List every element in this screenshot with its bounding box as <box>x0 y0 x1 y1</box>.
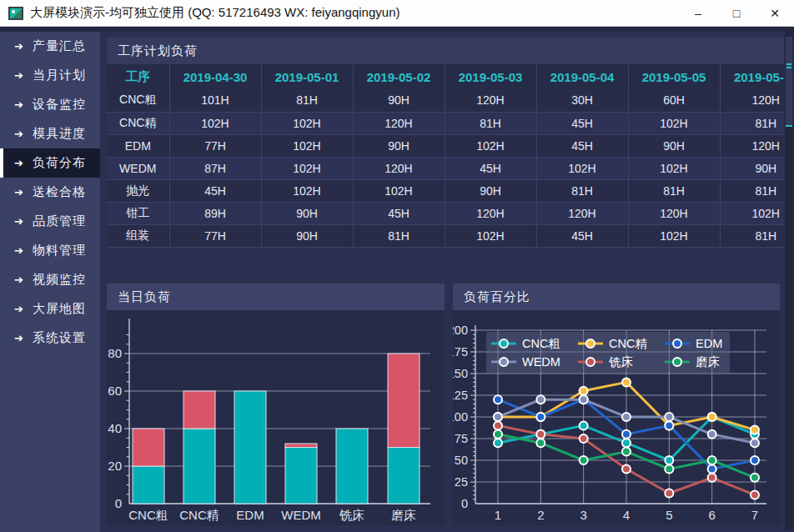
column-header: 2019-05-05 <box>628 64 720 89</box>
load-hours-cell: 81H <box>261 89 353 112</box>
arrow-icon: ➔ <box>14 128 33 140</box>
table-wrap: 工序2019-04-302019-05-012019-05-022019-05-… <box>107 64 784 248</box>
sidebar-item-label: 送检合格 <box>33 184 86 200</box>
arrow-icon: ➔ <box>14 40 33 53</box>
maximize-button[interactable]: □ <box>717 0 756 27</box>
sidebar-item-产量汇总[interactable]: ➔产量汇总 <box>0 32 100 61</box>
bar-category-label: 铣床 <box>339 508 364 522</box>
bar-CNC精 <box>183 429 215 504</box>
load-hours-cell: 90H <box>261 224 353 247</box>
svg-text:7: 7 <box>751 508 758 522</box>
load-hours-cell: 90H <box>261 202 353 224</box>
column-header: 2019-05-04 <box>536 64 628 89</box>
bar-top-CNC精 <box>183 391 215 429</box>
sidebar-item-设备监控[interactable]: ➔设备监控 <box>0 90 100 119</box>
load-hours-cell: 120H <box>353 157 445 179</box>
load-hours-cell: 102H <box>261 112 353 134</box>
svg-text:175: 175 <box>453 345 468 359</box>
vertical-scrollbar[interactable] <box>785 32 793 530</box>
svg-text:75: 75 <box>455 432 468 445</box>
bar-WEDM <box>285 448 317 504</box>
sidebar-item-负荷分布[interactable]: ➔负荷分布 <box>0 148 100 178</box>
load-hours-cell: 45H <box>536 134 628 157</box>
svg-text:60: 60 <box>108 384 122 398</box>
arrow-icon: ➔ <box>14 69 33 82</box>
load-hours-cell: 45H <box>536 224 628 247</box>
svg-text:125: 125 <box>453 389 468 402</box>
minimize-button[interactable]: – <box>679 0 717 27</box>
sidebar-item-送检合格[interactable]: ➔送检合格 <box>0 178 100 207</box>
load-hours-cell: 102H <box>628 112 720 134</box>
arrow-icon: ➔ <box>14 332 33 344</box>
load-hours-cell: 90H <box>353 89 445 112</box>
bar-top-WEDM <box>285 444 317 448</box>
arrow-icon: ➔ <box>14 215 33 228</box>
load-hours-cell: 102H <box>536 157 628 179</box>
load-hours-cell: 81H <box>628 179 720 202</box>
load-hours-cell: 102H <box>445 134 536 157</box>
load-hours-cell: 45H <box>536 112 628 134</box>
load-hours-cell: 81H <box>720 112 784 134</box>
load-hours-cell: 30H <box>536 89 628 112</box>
bar-gridlines <box>129 354 430 466</box>
table-row: 抛光45H102H102H90H81H81H81H <box>107 179 784 202</box>
sidebar-item-模具进度[interactable]: ➔模具进度 <box>0 119 100 148</box>
sidebar-item-物料管理[interactable]: ➔物料管理 <box>0 236 100 265</box>
column-header: 2019-05-01 <box>261 64 353 89</box>
load-hours-cell: 87H <box>169 157 261 179</box>
close-button[interactable]: ✕ <box>756 0 794 27</box>
svg-text:20: 20 <box>108 459 122 473</box>
chart-legend[interactable]: CNC粗CNC精EDMWEDM铣床磨床 <box>486 332 730 374</box>
load-hours-cell: 90H <box>353 134 445 157</box>
load-hours-cell: 90H <box>445 179 536 202</box>
table-panel-title: 工序计划负荷 <box>107 38 784 64</box>
load-hours-cell: 102H <box>628 224 720 247</box>
table-row: 组装77H90H81H102H45H102H81H <box>107 224 784 247</box>
process-name-cell: CNC粗 <box>107 89 169 112</box>
window-controls: – □ ✕ <box>679 0 794 27</box>
sidebar-item-系统设置[interactable]: ➔系统设置 <box>0 324 100 353</box>
sidebar-item-视频监控[interactable]: ➔视频监控 <box>0 265 100 294</box>
load-hours-cell: 120H <box>353 112 445 134</box>
sidebar-item-label: 负荷分布 <box>33 155 86 171</box>
load-hours-cell: 60H <box>628 89 720 112</box>
process-load-table: 工序2019-04-302019-05-012019-05-022019-05-… <box>107 64 784 248</box>
legend-label: 磨床 <box>696 355 720 369</box>
bar-category-label: EDM <box>236 508 264 522</box>
scrollbar-thumb[interactable] <box>786 37 792 127</box>
sidebar: ➔产量汇总➔当月计划➔设备监控➔模具进度➔负荷分布➔送检合格➔品质管理➔物料管理… <box>0 32 100 532</box>
bar-category-label: WEDM <box>281 508 321 522</box>
load-hours-cell: 102H <box>628 157 720 179</box>
process-name-cell: EDM <box>107 134 169 157</box>
load-hours-cell: 120H <box>445 89 536 112</box>
content-area: 工序计划负荷 工序2019-04-302019-05-012019-05-022… <box>100 32 794 532</box>
column-header: 2019-05-06 <box>720 64 784 89</box>
process-name-cell: WEDM <box>107 157 169 179</box>
sidebar-item-品质管理[interactable]: ➔品质管理 <box>0 207 100 236</box>
window-title: 大屏模块演示-均可独立使用 (QQ: 517216493 WX: feiyang… <box>30 5 400 21</box>
load-hours-cell: 102H <box>720 202 784 224</box>
load-percent-panel: 负荷百分比 02550751001251501752001234567CNC粗C… <box>453 284 780 525</box>
svg-text:6: 6 <box>708 508 715 522</box>
sidebar-item-label: 产量汇总 <box>33 38 86 54</box>
sidebar-item-当月计划[interactable]: ➔当月计划 <box>0 61 100 90</box>
table-header-row: 工序2019-04-302019-05-012019-05-022019-05-… <box>107 64 784 89</box>
table-row: 钳工89H90H45H120H120H120H102H <box>107 202 784 224</box>
daily-load-bar-chart: 020406080CNC粗CNC精EDMWEDM铣床磨床 <box>107 310 445 525</box>
load-percent-line-chart: 02550751001251501752001234567CNC粗CNC精EDM… <box>453 310 780 525</box>
sidebar-item-label: 大屏地图 <box>33 301 86 317</box>
svg-text:3: 3 <box>580 508 586 522</box>
load-hours-cell: 81H <box>720 224 784 247</box>
sidebar-item-label: 视频监控 <box>33 272 86 288</box>
arrow-icon: ➔ <box>14 157 33 169</box>
load-hours-cell: 102H <box>261 134 353 157</box>
bar-top-CNC粗 <box>133 429 164 466</box>
table-row: CNC粗101H81H90H120H30H60H120H <box>107 89 784 112</box>
sidebar-item-大屏地图[interactable]: ➔大屏地图 <box>0 294 100 324</box>
svg-text:4: 4 <box>623 508 630 522</box>
load-hours-cell: 77H <box>169 134 261 157</box>
bar-panel-title: 当日负荷 <box>107 284 445 310</box>
load-hours-cell: 90H <box>720 157 784 179</box>
table-row: CNC精102H102H120H81H45H102H81H <box>107 112 784 134</box>
load-hours-cell: 45H <box>445 157 536 179</box>
